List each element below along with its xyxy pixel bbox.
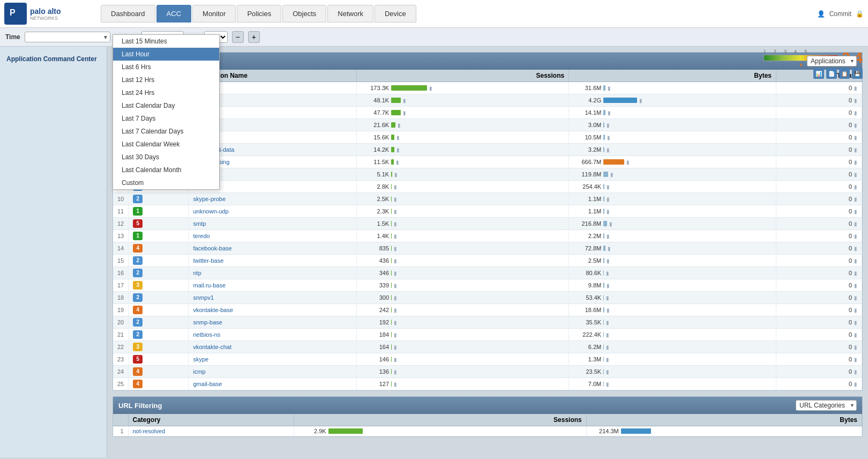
threats-cell: 0 ▮: [776, 378, 862, 390]
app-name-link[interactable]: twitter-base: [193, 257, 223, 264]
app-name-link[interactable]: snmp-base: [193, 319, 222, 325]
score-icon-4[interactable]: 💾: [852, 68, 863, 79]
tab-objects[interactable]: Objects: [282, 5, 326, 23]
risk-badge: 2: [133, 195, 143, 203]
dropdown-item-6hr[interactable]: Last 6 Hrs: [113, 61, 219, 73]
app-name-cell: snmpv1: [189, 292, 357, 304]
app-name-link[interactable]: vkontakte-chat: [193, 344, 231, 350]
app-name-link[interactable]: icmp: [193, 368, 205, 375]
dropdown-item-7days[interactable]: Last 7 Days: [113, 112, 219, 125]
dropdown-item-24hr[interactable]: Last 24 Hrs: [113, 86, 219, 99]
table-row[interactable]: 11 1 unknown-udp 2.3K ▮ 1.1M ▮ 0 ▮: [113, 205, 862, 218]
toolbar-plus-button[interactable]: +: [248, 31, 260, 43]
bytes-icon: ▮: [607, 147, 610, 153]
table-row[interactable]: 23 5 skype 146 ▮ 1.3M ▮ 0 ▮: [113, 353, 862, 366]
table-row[interactable]: 4 2 traceroute 21.6K ▮ 3.0M ▮ 0 ▮: [113, 119, 862, 131]
table-row[interactable]: 1 2 snmpv2 173.3K ▮ 31.6M ▮ 0 ▮: [113, 82, 862, 94]
dropdown-item-15min[interactable]: Last 15 Minutes: [113, 35, 219, 48]
table-row[interactable]: 13 1 teredo 1.4K ▮ 2.2M ▮ 0 ▮: [113, 230, 862, 242]
sessions-icon: ▮: [394, 221, 397, 227]
app-name-link[interactable]: ntp: [193, 270, 201, 276]
table-row[interactable]: 17 3 mail.ru-base 339 ▮ 9.8M ▮ 0 ▮: [113, 279, 862, 292]
table-row[interactable]: 16 2 ntp 346 ▮ 80.6K ▮ 0 ▮: [113, 267, 862, 279]
table-row[interactable]: 21 2 netbios-ns 184 ▮ 222.4K ▮ 0 ▮: [113, 329, 862, 341]
dropdown-item-custom[interactable]: Custom: [113, 176, 219, 189]
table-row[interactable]: 12 5 smtp 1.5K ▮ 216.8M ▮ 0 ▮: [113, 218, 862, 230]
threats-cell: 0 ▮: [776, 107, 862, 119]
app-name-link[interactable]: facebook-base: [193, 245, 231, 251]
tab-dashboard[interactable]: Dashboard: [101, 5, 155, 23]
tab-monitor[interactable]: Monitor: [192, 5, 236, 23]
time-input[interactable]: Last Hour: [25, 32, 110, 42]
score-icon-3[interactable]: 📋: [839, 68, 850, 79]
table-row[interactable]: 19 4 vkontakte-base 242 ▮ 18.6M ▮ 0 ▮: [113, 304, 862, 316]
sessions-cell: 1.4K ▮: [357, 230, 569, 242]
app-name-link[interactable]: vkontakte-base: [193, 307, 233, 313]
app-name-cell: vkontakte-base: [189, 304, 357, 316]
url-dropdown-wrapper[interactable]: URL Categories Application: [796, 400, 857, 411]
table-row[interactable]: 22 3 vkontakte-chat 164 ▮ 6.2M ▮ 0 ▮: [113, 341, 862, 353]
time-selector[interactable]: Last Hour ▼: [25, 32, 110, 42]
table-row[interactable]: 14 4 facebook-base 835 ▮ 72.8M ▮ 0 ▮: [113, 242, 862, 255]
app-name-link[interactable]: unknown-udp: [193, 208, 228, 214]
app-name-link[interactable]: gmail-base: [193, 381, 222, 387]
dropdown-item-calday[interactable]: Last Calendar Day: [113, 99, 219, 112]
bytes-value: 2.5M: [573, 257, 601, 264]
applications-dropdown[interactable]: Applications Risk Category Technology: [807, 56, 857, 66]
dropdown-item-1hr[interactable]: Last Hour: [113, 48, 219, 61]
toolbar-minus-button[interactable]: −: [232, 31, 244, 43]
table-row[interactable]: 7 4 web-browsing 11.5K ▮ 666.7M ▮ 0 ▮: [113, 156, 862, 168]
app-name-link[interactable]: netbios-ns: [193, 331, 220, 338]
tab-device[interactable]: Device: [375, 5, 416, 23]
table-row[interactable]: 15 2 twitter-base 436 ▮ 2.5M ▮ 0 ▮: [113, 255, 862, 267]
table-row[interactable]: 2 5 bittorrent 48.1K ▮ 4.2G ▮ 0 ▮: [113, 94, 862, 107]
score-label-3: 3: [784, 49, 787, 54]
threats-icon: ▮: [854, 135, 857, 140]
dropdown-item-7caldays[interactable]: Last 7 Calendar Days: [113, 125, 219, 138]
category-link[interactable]: not-resolved: [133, 428, 166, 434]
table-row[interactable]: 9 2 ping 2.8K ▮ 254.4K ▮ 0 ▮: [113, 181, 862, 193]
bytes-icon: ▮: [607, 184, 610, 190]
bytes-value: 72.8M: [573, 245, 601, 251]
score-icon-2[interactable]: 📄: [826, 68, 837, 79]
sessions-icon: ▮: [394, 196, 397, 202]
table-row[interactable]: 25 4 gmail-base 127 ▮ 7.0M ▮ 0 ▮: [113, 378, 862, 390]
app-name-link[interactable]: mail.ru-base: [193, 282, 226, 288]
app-name-link[interactable]: skype-probe: [193, 196, 226, 202]
table-row[interactable]: 18 2 snmpv1 300 ▮ 53.4K ▮ 0 ▮: [113, 292, 862, 304]
threats-cell: 0 ▮: [776, 366, 862, 378]
table-row[interactable]: 1 not-resolved 2.9K 214.3M: [113, 426, 862, 436]
app-name-link[interactable]: smtp: [193, 220, 206, 227]
tab-network[interactable]: Network: [327, 5, 373, 23]
table-row[interactable]: 20 2 snmp-base 192 ▮ 35.5K ▮ 0 ▮: [113, 316, 862, 329]
bytes-icon: ▮: [607, 196, 610, 202]
bytes-cell: 53.4K ▮: [569, 292, 776, 304]
app-name-link[interactable]: snmpv1: [193, 294, 214, 301]
threats-icon: ▮: [854, 209, 857, 214]
score-icon-1[interactable]: 📊: [813, 68, 824, 79]
svg-text:P: P: [10, 8, 16, 17]
tab-acc[interactable]: ACC: [156, 5, 191, 23]
app-name-link[interactable]: teredo: [193, 233, 209, 239]
dropdown-item-calmonth[interactable]: Last Calendar Month: [113, 164, 219, 176]
applications-dropdown-wrapper[interactable]: Applications Risk Category Technology: [807, 56, 857, 66]
commit-button[interactable]: Commit: [829, 10, 851, 18]
table-row[interactable]: 8 4 ssl 5.1K ▮ 119.8M ▮ 0 ▮: [113, 168, 862, 181]
url-categories-dropdown[interactable]: URL Categories Application: [796, 400, 857, 411]
bytes-icon: ▮: [606, 369, 609, 375]
table-row[interactable]: 6 1 insufficient-data 14.2K ▮ 3.2M ▮ 0 ▮: [113, 144, 862, 156]
app-name-cell: facebook-base: [189, 242, 357, 255]
dropdown-item-calweek[interactable]: Last Calendar Week: [113, 138, 219, 151]
table-row[interactable]: 10 2 skype-probe 2.5K ▮ 1.1M ▮ 0 ▮: [113, 193, 862, 205]
table-row[interactable]: 3 4 dns 47.7K ▮ 14.1M ▮ 0 ▮: [113, 107, 862, 119]
table-row[interactable]: 5 1 zabbix 15.6K ▮ 10.5M ▮ 0 ▮: [113, 131, 862, 144]
table-row[interactable]: 24 4 icmp 136 ▮ 23.5K ▮ 0 ▮: [113, 366, 862, 378]
sessions-icon: ▮: [394, 233, 397, 239]
dropdown-item-12hr[interactable]: Last 12 Hrs: [113, 73, 219, 86]
threats-value: 0: [849, 196, 852, 202]
tab-policies[interactable]: Policies: [237, 5, 281, 23]
app-name-link[interactable]: skype: [193, 356, 208, 362]
dropdown-item-30days[interactable]: Last 30 Days: [113, 151, 219, 164]
risk-badge: 2: [133, 269, 143, 277]
sessions-icon: ▮: [394, 357, 397, 362]
